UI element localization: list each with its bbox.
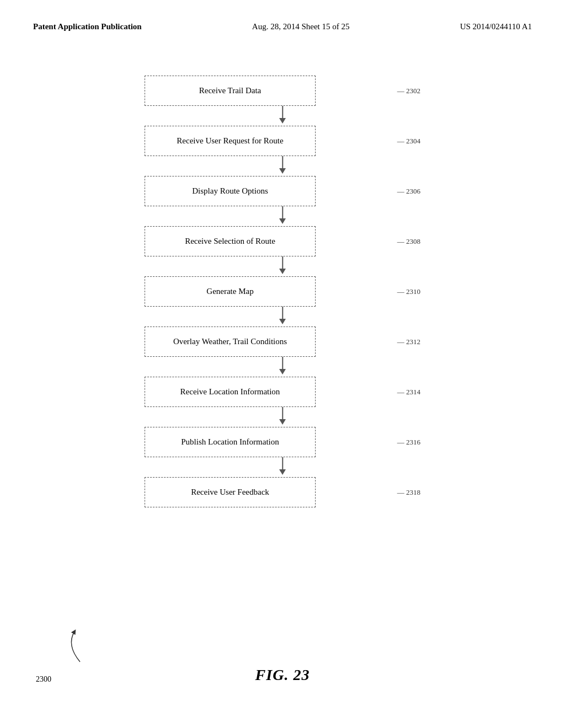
flow-step-2302: Receive Trail Data— 2302: [145, 76, 420, 106]
diagram-arrow: [50, 623, 94, 667]
flow-box-2316: Publish Location Information: [145, 427, 316, 457]
header-left: Patent Application Publication: [33, 22, 142, 31]
header-center: Aug. 28, 2014 Sheet 15 of 25: [252, 22, 350, 31]
header-right: US 2014/0244110 A1: [460, 22, 532, 31]
arrow-5: [197, 357, 368, 377]
flow-step-2314: Receive Location Information— 2314: [145, 377, 420, 407]
arrow-0: [197, 106, 368, 126]
flow-step-2318: Receive User Feedback— 2318: [145, 477, 420, 507]
flow-ref-2314: — 2314: [397, 388, 420, 397]
flow-step-2312: Overlay Weather, Trail Conditions— 2312: [145, 326, 420, 357]
flow-step-2310: Generate Map— 2310: [145, 276, 420, 307]
arrow-1: [197, 156, 368, 176]
arrow-7: [197, 457, 368, 477]
flow-box-2308: Receive Selection of Route: [145, 226, 316, 256]
diagram-number-label: 2300: [36, 675, 51, 684]
flow-ref-2308: — 2308: [397, 237, 420, 246]
arrow-4: [197, 307, 368, 326]
flow-box-2318: Receive User Feedback: [145, 477, 316, 507]
flow-ref-2304: — 2304: [397, 137, 420, 146]
flow-step-2316: Publish Location Information— 2316: [145, 427, 420, 457]
flow-step-2306: Display Route Options— 2306: [145, 176, 420, 206]
arrow-3: [197, 256, 368, 276]
page-header: Patent Application Publication Aug. 28, …: [0, 0, 565, 42]
flow-box-2310: Generate Map: [145, 276, 316, 307]
flowchart-area: Receive Trail Data— 2302Receive User Req…: [0, 76, 565, 507]
arrow-6: [197, 407, 368, 427]
arrow-2: [197, 206, 368, 226]
flow-ref-2316: — 2316: [397, 438, 420, 447]
flow-ref-2302: — 2302: [397, 87, 420, 95]
flow-step-2308: Receive Selection of Route— 2308: [145, 226, 420, 256]
flow-box-2304: Receive User Request for Route: [145, 126, 316, 156]
flow-ref-2310: — 2310: [397, 287, 420, 296]
flow-box-2302: Receive Trail Data: [145, 76, 316, 106]
figure-label: FIG. 23: [255, 666, 310, 684]
flow-ref-2318: — 2318: [397, 488, 420, 497]
flow-box-2306: Display Route Options: [145, 176, 316, 206]
flow-ref-2312: — 2312: [397, 338, 420, 346]
flow-ref-2306: — 2306: [397, 187, 420, 196]
flow-step-2304: Receive User Request for Route— 2304: [145, 126, 420, 156]
flow-box-2312: Overlay Weather, Trail Conditions: [145, 326, 316, 357]
flow-box-2314: Receive Location Information: [145, 377, 316, 407]
